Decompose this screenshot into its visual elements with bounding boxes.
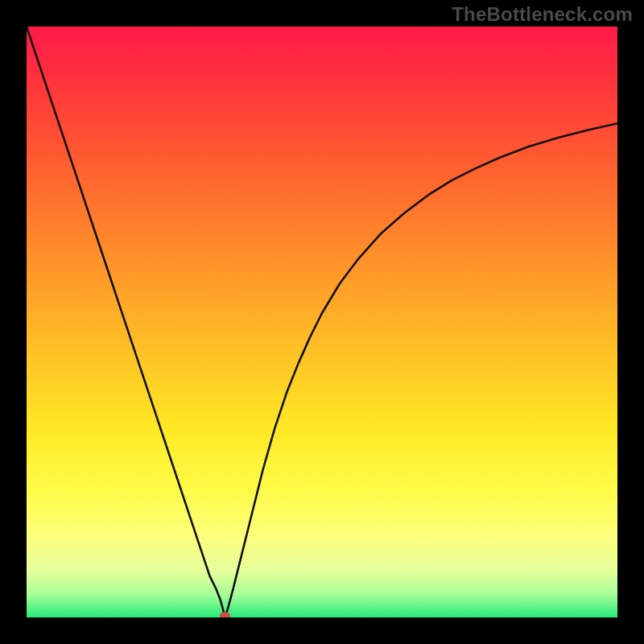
curve-left-branch (27, 27, 225, 617)
minimum-marker (220, 612, 230, 617)
plot-area (27, 27, 617, 617)
bottleneck-curve (27, 27, 617, 617)
chart-frame: TheBottleneck.com (0, 0, 644, 644)
watermark-text: TheBottleneck.com (452, 3, 633, 26)
curve-right-branch (225, 123, 617, 617)
